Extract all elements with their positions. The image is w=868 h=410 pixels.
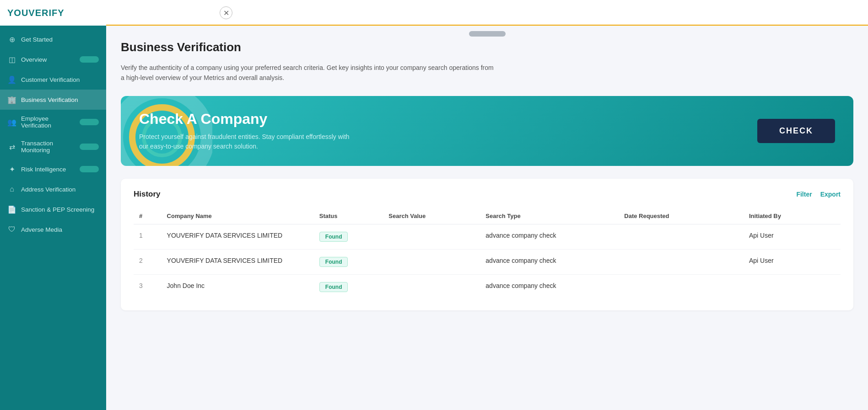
- transaction-monitoring-icon: ⇄: [7, 142, 16, 151]
- export-button[interactable]: Export: [820, 191, 841, 198]
- table-row: 3John Doe IncFoundadvance company check: [134, 274, 841, 299]
- sidebar-item-label-employee-verification: Employee Verification: [21, 115, 75, 129]
- date-requested: [619, 224, 744, 249]
- table-header: #Company NameStatusSearch ValueSearch Ty…: [134, 208, 841, 224]
- sidebar-item-overview[interactable]: ◫Overview: [0, 49, 106, 69]
- search-type: advance company check: [480, 249, 619, 274]
- date-requested: [619, 274, 744, 299]
- scroll-handle: [469, 31, 506, 37]
- search-value: [383, 224, 480, 249]
- status-badge-value: Found: [319, 257, 348, 267]
- business-verification-icon: 🏢: [7, 95, 16, 104]
- sidebar-badge-overview: [80, 56, 99, 63]
- initiated-by: Api User: [744, 249, 841, 274]
- status-badge-value: Found: [319, 232, 348, 242]
- sidebar-item-label-adverse-media: Adverse Media: [21, 226, 99, 233]
- col-header-company-name: Company Name: [162, 208, 314, 224]
- history-actions: Filter Export: [796, 191, 841, 198]
- risk-intelligence-icon: ✦: [7, 165, 16, 174]
- sidebar: YOUVERIFY ⊕Get Started◫Overview👤Customer…: [0, 0, 106, 410]
- table-row: 1YOUVERIFY DATA SERVICES LIMITEDFoundadv…: [134, 224, 841, 249]
- sidebar-item-customer-verification[interactable]: 👤Customer Verification: [0, 69, 106, 90]
- top-bar: ✕: [106, 0, 868, 26]
- col-header-initiated-by: Initiated By: [744, 208, 841, 224]
- company-name: John Doe Inc: [162, 274, 314, 299]
- sidebar-item-label-risk-intelligence: Risk Intelligence: [21, 166, 75, 173]
- col-header-date-requested: Date Requested: [619, 208, 744, 224]
- history-card: History Filter Export #Company NameStatu…: [121, 179, 853, 310]
- page-title: Business Verification: [121, 40, 853, 54]
- sidebar-item-address-verification[interactable]: ⌂Address Verification: [0, 179, 106, 199]
- banner-title: Check A Company: [139, 111, 359, 128]
- overview-icon: ◫: [7, 55, 16, 64]
- sidebar-item-risk-intelligence[interactable]: ✦Risk Intelligence: [0, 159, 106, 179]
- col-header-#: #: [134, 208, 162, 224]
- sidebar-item-label-address-verification: Address Verification: [21, 186, 99, 193]
- adverse-media-icon: 🛡: [7, 225, 16, 234]
- sidebar-badge-risk-intelligence: [80, 166, 99, 172]
- close-button[interactable]: ✕: [220, 6, 232, 19]
- row-num: 2: [134, 249, 162, 274]
- col-header-status: Status: [314, 208, 383, 224]
- search-type: advance company check: [480, 224, 619, 249]
- sidebar-badge-transaction-monitoring: [80, 144, 99, 150]
- sidebar-item-adverse-media[interactable]: 🛡Adverse Media: [0, 219, 106, 240]
- main-area: ✕ Business Verification Verify the authe…: [106, 0, 868, 410]
- history-table: #Company NameStatusSearch ValueSearch Ty…: [134, 208, 841, 299]
- sidebar-item-label-transaction-monitoring: Transaction Monitoring: [21, 140, 75, 154]
- company-name: YOUVERIFY DATA SERVICES LIMITED: [162, 224, 314, 249]
- customer-verification-icon: 👤: [7, 75, 16, 84]
- history-title: History: [134, 190, 161, 199]
- page-description: Verify the authenticity of a company usi…: [121, 63, 496, 83]
- status-badge: Found: [314, 274, 383, 299]
- sidebar-nav: ⊕Get Started◫Overview👤Customer Verificat…: [0, 26, 106, 410]
- table-body: 1YOUVERIFY DATA SERVICES LIMITEDFoundadv…: [134, 224, 841, 299]
- status-badge: Found: [314, 224, 383, 249]
- table-row: 2YOUVERIFY DATA SERVICES LIMITEDFoundadv…: [134, 249, 841, 274]
- search-type: advance company check: [480, 274, 619, 299]
- filter-button[interactable]: Filter: [796, 191, 812, 198]
- employee-verification-icon: 👥: [7, 117, 16, 127]
- sanction-pep-icon: 📄: [7, 205, 16, 214]
- address-verification-icon: ⌂: [7, 185, 16, 194]
- get-started-icon: ⊕: [7, 35, 16, 44]
- banner-content: Check A Company Protect yourself against…: [139, 111, 359, 151]
- banner-description: Protect yourself against fraudulent enti…: [139, 132, 359, 151]
- date-requested: [619, 249, 744, 274]
- sidebar-item-sanction-pep[interactable]: 📄Sanction & PEP Screening: [0, 199, 106, 219]
- history-header: History Filter Export: [134, 190, 841, 199]
- col-header-search-type: Search Type: [480, 208, 619, 224]
- col-header-search-value: Search Value: [383, 208, 480, 224]
- sidebar-badge-employee-verification: [80, 119, 99, 125]
- sidebar-item-business-verification[interactable]: 🏢Business Verification: [0, 90, 106, 110]
- search-value: [383, 249, 480, 274]
- logo: YOUVERIFY: [0, 0, 106, 26]
- row-num: 1: [134, 224, 162, 249]
- status-badge: Found: [314, 249, 383, 274]
- search-value: [383, 274, 480, 299]
- initiated-by: Api User: [744, 224, 841, 249]
- row-num: 3: [134, 274, 162, 299]
- content-area: Business Verification Verify the authent…: [106, 26, 868, 410]
- sidebar-item-label-get-started: Get Started: [21, 36, 99, 43]
- sidebar-item-get-started[interactable]: ⊕Get Started: [0, 29, 106, 49]
- sidebar-item-label-customer-verification: Customer Verification: [21, 76, 99, 83]
- sidebar-item-employee-verification[interactable]: 👥Employee Verification: [0, 110, 106, 134]
- sidebar-item-label-sanction-pep: Sanction & PEP Screening: [21, 206, 99, 213]
- sidebar-item-label-overview: Overview: [21, 56, 75, 63]
- check-company-banner: Check A Company Protect yourself against…: [121, 96, 853, 166]
- company-name: YOUVERIFY DATA SERVICES LIMITED: [162, 249, 314, 274]
- status-badge-value: Found: [319, 282, 348, 292]
- initiated-by: [744, 274, 841, 299]
- check-button[interactable]: CHECK: [757, 119, 835, 143]
- sidebar-item-transaction-monitoring[interactable]: ⇄Transaction Monitoring: [0, 134, 106, 159]
- logo-text: YOUVERIFY: [7, 8, 65, 18]
- sidebar-item-label-business-verification: Business Verification: [21, 96, 99, 103]
